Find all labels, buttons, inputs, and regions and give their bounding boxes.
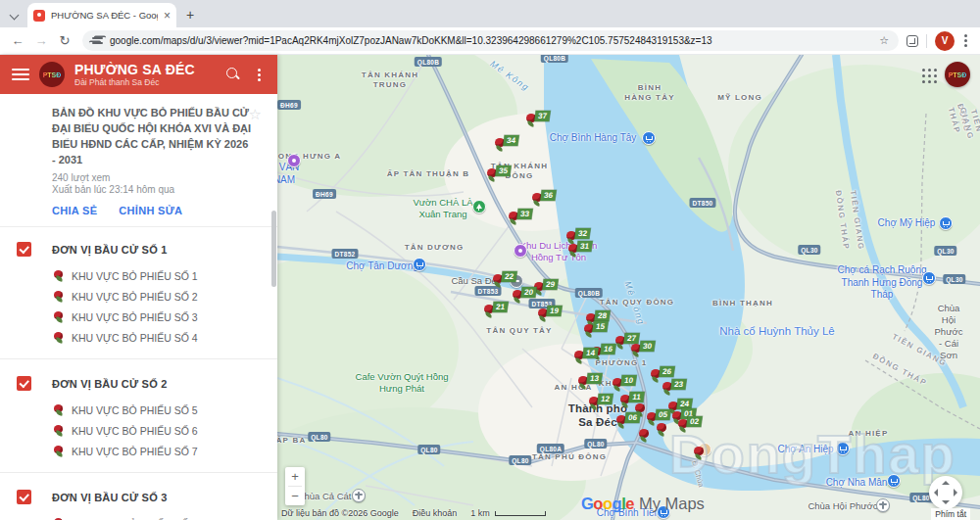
map-marker[interactable]: 37	[526, 114, 552, 131]
save-map-star-icon[interactable]: ☆	[249, 106, 262, 123]
pan-up-icon[interactable]	[942, 481, 950, 485]
layer-item-label: KHU VỰC BỎ PHIẾU SỐ 4	[72, 332, 198, 344]
view-count: 240 lượt xem	[52, 172, 252, 183]
map-marker[interactable]	[639, 429, 664, 447]
map-marker[interactable]: 36	[532, 193, 558, 211]
layer-item-label: KHU VỰC BỎ PHIẾU SỐ 3	[72, 311, 198, 323]
keyboard-shortcuts-link[interactable]: Phím tắt	[931, 508, 970, 520]
layer-checkbox[interactable]	[17, 376, 31, 391]
temple-poi-icon[interactable]	[876, 498, 890, 512]
extensions-icon[interactable]	[906, 35, 918, 47]
bookmark-star-icon[interactable]: ☆	[879, 34, 889, 47]
layer-group[interactable]: ĐƠN VỊ BẦU CỬ SỐ 1	[0, 233, 277, 266]
map-marker[interactable]: 34	[495, 138, 520, 156]
layer-item[interactable]: KHU VỰC BỎ PHIẾU SỐ 1	[0, 266, 277, 287]
temple-poi-icon[interactable]	[352, 489, 366, 502]
sidebar-scrollbar[interactable]	[271, 211, 276, 287]
layer-group[interactable]: ĐƠN VỊ BẦU CỬ SỐ 2	[0, 367, 277, 401]
reload-button[interactable]: ↻	[55, 33, 74, 48]
pan-control[interactable]	[929, 476, 962, 509]
map-marker[interactable]: 33	[509, 212, 534, 229]
browser-tab[interactable]: PHƯỜNG SA ĐÉC - Google My ×	[27, 3, 176, 27]
map-marker[interactable]: 30	[631, 344, 657, 361]
rose-icon	[694, 447, 705, 459]
map-marker[interactable]: 14	[574, 351, 600, 368]
back-button[interactable]: ←	[8, 33, 27, 48]
site-settings-icon[interactable]	[92, 36, 103, 45]
rose-icon	[54, 446, 66, 458]
cart-poi-icon[interactable]	[836, 442, 850, 455]
rose-icon	[54, 291, 66, 304]
map-canvas[interactable]: TÂN KHÁNH TRUNGLONG HƯNG AH VĂN NAMẤP TÂ…	[277, 55, 980, 520]
cart-poi-icon[interactable]	[887, 474, 901, 488]
layer-item[interactable]: KHU VỰC BỎ PHIẾU SỐ 2	[0, 287, 277, 307]
zoom-in-button[interactable]: +	[285, 467, 305, 486]
map-marker[interactable]: 31	[568, 244, 594, 261]
marker-number: 19	[546, 306, 563, 316]
terms-link[interactable]: Điều khoản	[413, 508, 458, 518]
channel-logo-avatar[interactable]: PTSĐ	[945, 62, 970, 87]
address-bar[interactable]: google.com/maps/d/u/3/viewer?mid=1PacAq2…	[82, 30, 899, 51]
layer-item[interactable]: KHU VỰC BỎ PHIẾU SỐ 3	[0, 307, 277, 328]
google-apps-grid-icon[interactable]	[922, 69, 937, 83]
marker-number: 02	[686, 416, 703, 427]
map-base-art	[277, 55, 980, 520]
layer-group-label: ĐƠN VỊ BẦU CỬ SỐ 3	[52, 492, 167, 503]
layer-checkbox[interactable]	[17, 490, 31, 504]
zoom-control: + −	[285, 467, 305, 505]
profile-avatar[interactable]: V	[935, 31, 955, 51]
layer-item[interactable]: KHU VỰC BỎ PHIẾU SỐ 8	[0, 514, 277, 520]
layer-group[interactable]: ĐƠN VỊ BẦU CỬ SỐ 3	[0, 481, 277, 514]
map-title: PHƯỜNG SA ĐÉC	[74, 62, 217, 77]
tab-search-chevron-icon[interactable]	[10, 10, 20, 20]
pan-right-icon[interactable]	[954, 489, 957, 496]
map-marker[interactable]: 15	[584, 324, 610, 342]
park-poi-icon[interactable]	[472, 200, 486, 213]
cart-poi-icon[interactable]	[413, 258, 426, 271]
marker-number: 29	[542, 279, 559, 290]
map-author: Đài Phát thanh Sa Đéc	[74, 77, 217, 87]
cart-poi-icon[interactable]	[939, 216, 953, 230]
map-marker[interactable]: 23	[662, 382, 688, 400]
map-marker[interactable]: 13	[578, 376, 604, 394]
map-marker[interactable]: 12	[589, 397, 614, 414]
rose-icon	[54, 425, 66, 438]
rose-icon	[54, 311, 66, 324]
map-marker[interactable]: 35	[487, 168, 513, 186]
leisure-poi-icon[interactable]	[514, 244, 527, 258]
marker-number: 28	[594, 310, 611, 321]
pan-down-icon[interactable]	[942, 500, 950, 504]
sidebar-menu-icon[interactable]	[252, 67, 266, 83]
group-divider	[0, 358, 277, 359]
tab-close-icon[interactable]: ×	[164, 10, 171, 22]
layer-item[interactable]: KHU VỰC BỎ PHIẾU SỐ 6	[0, 421, 277, 442]
pan-left-icon[interactable]	[934, 489, 938, 496]
layer-item[interactable]: KHU VỰC BỎ PHIẾU SỐ 5	[0, 401, 277, 421]
cart-poi-icon[interactable]	[922, 271, 936, 285]
zoom-out-button[interactable]: −	[285, 487, 305, 505]
share-button[interactable]: CHIA SẺ	[52, 205, 97, 216]
rose-icon	[54, 332, 66, 345]
rose-icon	[54, 404, 66, 417]
map-marker[interactable]: 21	[484, 305, 510, 322]
map-marker[interactable]	[694, 447, 719, 464]
map-marker[interactable]: 19	[538, 308, 564, 326]
marker-number: 15	[592, 321, 609, 332]
browser-menu-icon[interactable]	[958, 32, 972, 49]
layer-item[interactable]: KHU VỰC BỎ PHIẾU SỐ 4	[0, 328, 277, 349]
new-tab-button[interactable]: +	[186, 8, 194, 22]
layer-item-label: KHU VỰC BỎ PHIẾU SỐ 2	[72, 291, 198, 303]
group-divider	[0, 472, 277, 473]
layer-checkbox[interactable]	[17, 242, 31, 257]
map-sidebar: PTSĐ PHƯỜNG SA ĐÉC Đài Phát thanh Sa Đéc…	[0, 55, 277, 520]
marker-number: 30	[639, 341, 656, 352]
marker-number: 12	[597, 394, 613, 404]
hamburger-menu-icon[interactable]	[12, 69, 29, 80]
forward-button[interactable]: →	[31, 33, 51, 48]
edit-button[interactable]: CHỈNH SỬA	[119, 205, 182, 216]
layer-item[interactable]: KHU VỰC BỎ PHIẾU SỐ 7	[0, 442, 277, 462]
leisure-poi-icon[interactable]	[287, 154, 301, 167]
map-marker[interactable]: 20	[513, 290, 538, 307]
cart-poi-icon[interactable]	[642, 131, 656, 145]
search-icon[interactable]	[226, 68, 240, 81]
